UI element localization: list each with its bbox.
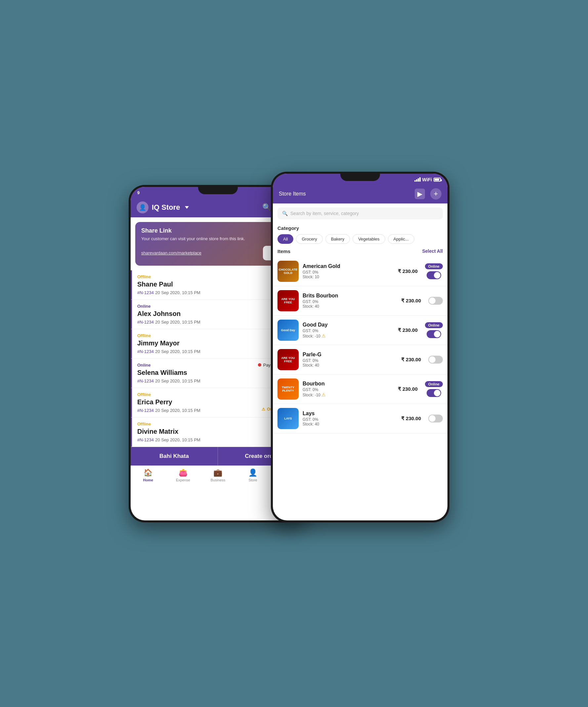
thumb-label: ARE YOU FREE bbox=[277, 355, 299, 364]
order-date: 20 Sep 2020, 10:15 PM bbox=[155, 378, 200, 383]
stock-warning-icon: ⚠ bbox=[321, 333, 326, 338]
search-icon[interactable]: 🔍 bbox=[262, 203, 271, 212]
cat-tab-vegetables[interactable]: Vegetables bbox=[352, 234, 385, 244]
product-price-col: ₹ 230.00 bbox=[401, 298, 421, 304]
product-gst: GST: 0% bbox=[303, 299, 397, 304]
order-date: 20 Sep 2020, 10:15 PM bbox=[155, 349, 200, 354]
online-badge: Online bbox=[425, 263, 443, 269]
product-item-lays[interactable]: LAYS Lays GST: 0% Stock: 40 ₹ 230.00 bbox=[273, 404, 447, 433]
order-ref: #N-1234 bbox=[137, 349, 154, 354]
thumb-label: Good Day bbox=[280, 327, 297, 333]
nav-store-label: Store bbox=[248, 478, 257, 482]
product-gst: GST: 0% bbox=[303, 388, 394, 392]
product-price: ₹ 230.00 bbox=[398, 386, 418, 392]
order-date: 20 Sep 2020, 10:15 PM bbox=[155, 408, 200, 413]
search-bar[interactable]: 🔍 Search by item, service, category bbox=[277, 207, 443, 220]
thumb-label: CHOCOLATE GOLD bbox=[277, 267, 299, 276]
nav-expense[interactable]: 👛 Expense bbox=[166, 468, 201, 482]
product-thumb-american-gold: CHOCOLATE GOLD bbox=[277, 261, 299, 282]
cat-tab-grocery[interactable]: Grocery bbox=[296, 234, 322, 244]
product-toggle-col bbox=[428, 414, 443, 423]
product-thumb-goodday: Good Day bbox=[277, 319, 299, 341]
online-badge: Online bbox=[425, 322, 443, 328]
thumb-label: TWENTY PLENTY bbox=[277, 384, 299, 394]
search-icon-right: 🔍 bbox=[282, 211, 288, 216]
status-dot-payment bbox=[258, 363, 261, 367]
product-info: Good Day GST: 0% Stock: -10 ⚠ bbox=[303, 322, 394, 338]
product-info: Brits Bourbon GST: 0% Stock: 40 bbox=[303, 293, 397, 309]
business-icon: 💼 bbox=[213, 468, 222, 477]
product-thumb-brits: ARE YOU FREE bbox=[277, 290, 299, 311]
product-stock: Stock: 40 bbox=[303, 304, 397, 309]
home-icon: 🏠 bbox=[143, 468, 152, 477]
store-items-header: Store Items ▶ + bbox=[273, 184, 447, 203]
bahi-khata-button[interactable]: Bahi Khata bbox=[131, 447, 218, 466]
scene: 9 WiFi 👤 IQ Store bbox=[129, 172, 459, 536]
product-stock: Stock: 40 bbox=[303, 363, 397, 368]
notch-left bbox=[198, 185, 238, 194]
product-toggle-col: Online bbox=[425, 322, 443, 338]
nav-business-label: Business bbox=[211, 478, 226, 482]
product-name: Good Day bbox=[303, 322, 394, 328]
product-gst: GST: 0% bbox=[303, 358, 397, 363]
add-item-button[interactable]: + bbox=[430, 188, 442, 200]
order-date: 20 Sep 2020, 10:15 PM bbox=[155, 290, 200, 295]
product-name: Bourbon bbox=[303, 381, 394, 387]
toggle-knob bbox=[429, 356, 436, 363]
product-gst: GST: 0% bbox=[303, 270, 394, 275]
product-name: Parle-G bbox=[303, 352, 397, 358]
product-item-good-day[interactable]: Good Day Good Day GST: 0% Stock: -10 ⚠ ₹… bbox=[273, 315, 447, 345]
share-url[interactable]: sharevardaan.com/marketplace bbox=[141, 250, 201, 256]
toggle-knob bbox=[429, 415, 436, 422]
avatar-icon[interactable]: 👤 bbox=[137, 201, 148, 213]
play-icon[interactable]: ▶ bbox=[415, 189, 425, 199]
toggle-knob bbox=[434, 331, 441, 337]
product-price: ₹ 230.00 bbox=[398, 327, 418, 333]
order-name: Jimmy Mayor bbox=[137, 339, 200, 347]
category-tabs: All Grocery Bakery Vegetables Applic... bbox=[273, 232, 447, 246]
order-type-online: Online bbox=[137, 304, 150, 309]
product-item-parleg[interactable]: ARE YOU FREE Parle-G GST: 0% Stock: 40 ₹… bbox=[273, 345, 447, 374]
cat-tab-appliances[interactable]: Applic... bbox=[388, 234, 414, 244]
product-item-american-gold[interactable]: CHOCOLATE GOLD American Gold GST: 0% Sto… bbox=[273, 257, 447, 286]
toggle-knob bbox=[434, 390, 441, 396]
order-ref: #N-1234 bbox=[137, 319, 154, 325]
cat-tab-bakery[interactable]: Bakery bbox=[325, 234, 350, 244]
thumb-label: LAYS bbox=[283, 415, 293, 422]
nav-store[interactable]: 👤 Store bbox=[236, 468, 271, 482]
order-date: 20 Sep 2020, 10:15 PM bbox=[155, 319, 200, 325]
order-type-online: Online bbox=[137, 363, 150, 368]
nav-home[interactable]: 🏠 Home bbox=[131, 468, 166, 482]
product-toggle-col: Online bbox=[425, 263, 443, 279]
order-date: 20 Sep 2020, 10:15 PM bbox=[155, 437, 200, 442]
nav-business[interactable]: 💼 Business bbox=[200, 468, 236, 482]
store-items-title: Store Items bbox=[279, 191, 306, 197]
order-type-offline: Offline bbox=[137, 422, 151, 427]
product-toggle-american-gold[interactable] bbox=[427, 271, 441, 279]
product-toggle-lays[interactable] bbox=[428, 414, 443, 423]
product-price-col: ₹ 230.00 bbox=[398, 386, 418, 392]
select-all-button[interactable]: Select All bbox=[422, 248, 443, 254]
product-toggle-bourbon[interactable] bbox=[427, 389, 441, 397]
product-price: ₹ 230.00 bbox=[401, 415, 421, 422]
product-stock: Stock: -10 ⚠ bbox=[303, 392, 394, 397]
product-toggle-parleg[interactable] bbox=[428, 356, 443, 364]
chevron-down-icon[interactable] bbox=[185, 206, 189, 209]
product-name: American Gold bbox=[303, 263, 394, 269]
product-price-col: ₹ 230.00 bbox=[398, 268, 418, 274]
phone-right: WiFi Store Items ▶ + 🔍 Search by item, s… bbox=[271, 172, 449, 523]
product-toggle-goodday[interactable] bbox=[427, 330, 441, 338]
wifi-icon-right: WiFi bbox=[422, 177, 432, 182]
product-item-brits-bourbon[interactable]: ARE YOU FREE Brits Bourbon GST: 0% Stock… bbox=[273, 286, 447, 315]
signal-icon-right bbox=[414, 177, 421, 181]
online-badge: Online bbox=[425, 381, 443, 387]
toggle-knob bbox=[429, 297, 436, 304]
header-left: 👤 IQ Store bbox=[137, 201, 189, 213]
product-item-bourbon[interactable]: TWENTY PLENTY Bourbon GST: 0% Stock: -10… bbox=[273, 374, 447, 404]
cat-tab-all[interactable]: All bbox=[277, 234, 293, 244]
product-toggle-brits[interactable] bbox=[428, 297, 443, 305]
product-toggle-col bbox=[428, 356, 443, 364]
product-thumb-lays: LAYS bbox=[277, 408, 299, 429]
order-type-offline: Offline bbox=[137, 392, 151, 397]
time-left: 9 bbox=[137, 190, 140, 195]
